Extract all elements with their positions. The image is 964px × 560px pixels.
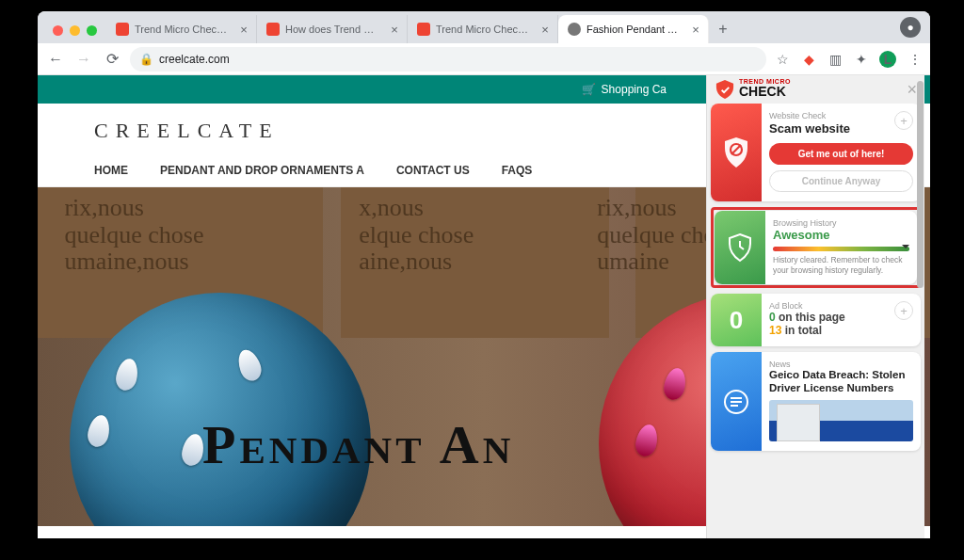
address-bar[interactable]: 🔒 creelcate.com: [130, 47, 766, 72]
browser-window: Trend Micro Check - Browser S× How does …: [38, 11, 930, 538]
url-text: creelcate.com: [159, 53, 230, 66]
favicon: [417, 23, 430, 36]
tab-bar: Trend Micro Check - Browser S× How does …: [38, 11, 930, 43]
history-message: History cleared. Remember to check your …: [773, 255, 909, 275]
tab-close[interactable]: ×: [538, 23, 552, 37]
ads-total-count: 13: [769, 324, 781, 337]
nav-home[interactable]: HOME: [94, 164, 128, 177]
gem-icon: [234, 346, 265, 383]
card-section-label: Website Check: [769, 111, 913, 120]
extensions-puzzle-icon[interactable]: ✦: [853, 51, 870, 68]
trend-micro-check-panel: TREND MICRO CHECK × + Website Check Scam…: [706, 75, 924, 538]
news-icon: [711, 352, 762, 451]
profile-avatar[interactable]: L: [879, 51, 896, 68]
hero-title: Pendant An: [202, 413, 514, 476]
nav-contact[interactable]: CONTACT US: [396, 164, 470, 177]
maximize-window-button[interactable]: [87, 25, 97, 36]
favicon: [116, 23, 129, 36]
ads-total-label: in total: [781, 324, 822, 337]
adblock-count-icon: 0: [711, 294, 762, 346]
tab-3[interactable]: Fashion Pendant And Drop Orn×: [558, 15, 709, 43]
account-button[interactable]: ●: [900, 17, 921, 38]
news-thumbnail: [769, 400, 913, 441]
history-shield-icon: [715, 211, 765, 284]
extension-icon[interactable]: ▥: [827, 51, 844, 68]
toolbar: ← → ⟳ 🔒 creelcate.com ☆ ◆ ▥ ✦ L ⋮: [38, 43, 930, 75]
new-tab-button[interactable]: +: [713, 19, 733, 40]
card-ad-block: 0 + Ad Block 0 on this page 13 in total: [711, 294, 921, 346]
tab-2[interactable]: Trend Micro Check | Detect Sc×: [408, 15, 558, 43]
close-window-button[interactable]: [53, 25, 63, 36]
panel-close-button[interactable]: ×: [907, 80, 917, 100]
tab-title: Trend Micro Check - Browser S: [135, 24, 232, 35]
card-section-label: News: [769, 360, 913, 369]
wood-engraving-text: x,nous elque chose aine,nous: [359, 195, 474, 276]
card-section-label: Ad Block: [769, 301, 913, 311]
wood-engraving-text: rix,nous quelque chose umaine,nous: [64, 195, 203, 276]
tab-close[interactable]: ×: [388, 23, 401, 37]
highlight-frame: Browsing History Awesome History cleared…: [711, 207, 921, 288]
card-section-label: Browsing History: [773, 218, 909, 228]
gem-icon: [662, 366, 689, 402]
forward-button[interactable]: →: [73, 51, 94, 68]
get-me-out-button[interactable]: Get me out of here!: [769, 143, 913, 165]
cart-icon: 🛒: [582, 83, 596, 96]
lock-icon: 🔒: [139, 53, 153, 66]
card-news[interactable]: News Geico Data Breach: Stolen Driver Li…: [711, 352, 921, 451]
nav-pendant[interactable]: PENDANT AND DROP ORNAMENTS A: [160, 164, 364, 177]
reload-button[interactable]: ⟳: [102, 50, 122, 68]
toolbar-icons: ☆ ◆ ▥ ✦ L ⋮: [774, 51, 923, 68]
panel-header: TREND MICRO CHECK ×: [707, 75, 924, 104]
tab-title: Trend Micro Check | Detect Sc: [436, 24, 533, 35]
history-status: Awesome: [773, 228, 909, 242]
globe-icon: [568, 23, 581, 36]
gem-icon: [86, 413, 113, 449]
shield-check-icon: [715, 80, 735, 99]
tab-1[interactable]: How does Trend Micro Check ×: [257, 15, 408, 43]
card-website-check: + Website Check Scam website Get me out …: [711, 104, 921, 201]
adblock-big-number: 0: [730, 306, 743, 335]
star-icon[interactable]: ☆: [774, 51, 791, 68]
scam-shield-icon: [711, 104, 762, 201]
back-button[interactable]: ←: [45, 51, 66, 68]
expand-button[interactable]: +: [894, 111, 913, 130]
nav-faqs[interactable]: FAQS: [502, 164, 533, 177]
favicon: [266, 23, 280, 36]
extension-tmcheck-icon[interactable]: ◆: [800, 51, 817, 68]
panel-cards: + Website Check Scam website Get me out …: [707, 104, 924, 538]
gem-icon: [114, 357, 141, 392]
tab-close[interactable]: ×: [689, 23, 702, 37]
tab-title: How does Trend Micro Check: [285, 24, 382, 35]
ads-page-count: 0: [769, 311, 776, 324]
continue-anyway-button[interactable]: Continue Anyway: [769, 170, 913, 192]
tab-title: Fashion Pendant And Drop Orn: [586, 24, 683, 35]
wood-engraving-text: rix,nous quelque cho umaine: [597, 195, 715, 276]
scrollbar-thumb[interactable]: [917, 81, 924, 288]
ads-page-label: on this page: [776, 311, 845, 324]
minimize-window-button[interactable]: [70, 25, 80, 36]
gem-icon: [634, 423, 661, 458]
brand-main-text: CHECK: [739, 84, 791, 99]
menu-dots-icon[interactable]: ⋮: [906, 51, 923, 68]
tab-0[interactable]: Trend Micro Check - Browser S×: [106, 15, 257, 43]
panel-brand: TREND MICRO CHECK: [715, 80, 791, 100]
window-traffic-lights: [43, 25, 106, 43]
tab-close[interactable]: ×: [237, 23, 250, 37]
shopping-cart-link[interactable]: Shopping Ca: [602, 83, 667, 96]
history-gauge: [773, 247, 909, 251]
card-title: Scam website: [769, 121, 913, 136]
card-browsing-history: Browsing History Awesome History cleared…: [715, 211, 917, 284]
news-headline: Geico Data Breach: Stolen Driver License…: [769, 369, 913, 395]
